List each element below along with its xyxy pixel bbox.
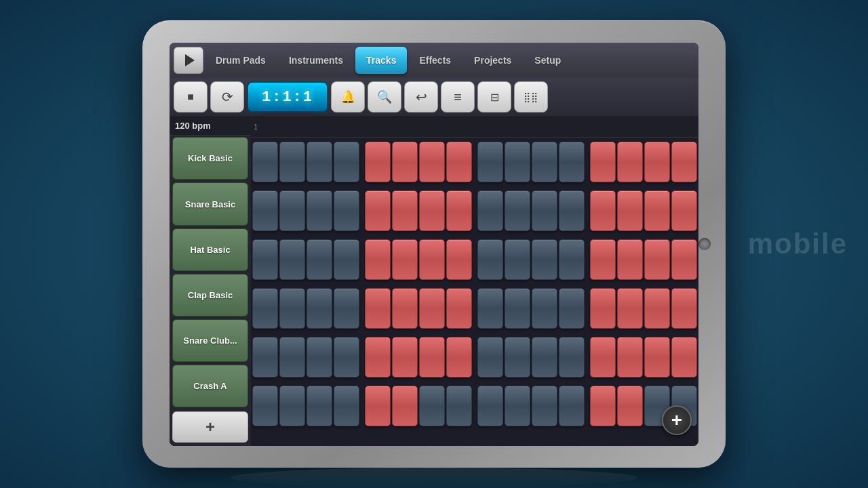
pad-cell[interactable] — [279, 386, 305, 426]
pad-cell[interactable] — [590, 239, 616, 280]
pad-cell[interactable] — [279, 142, 305, 182]
pad-cell[interactable] — [505, 142, 530, 182]
pad-cell[interactable] — [559, 386, 585, 426]
pad-cell[interactable] — [334, 142, 359, 182]
pad-cell[interactable] — [671, 337, 697, 378]
pad-cell[interactable] — [392, 142, 418, 182]
add-sequence-button[interactable]: + — [662, 405, 692, 435]
pad-cell[interactable] — [477, 386, 503, 426]
pad-cell[interactable] — [252, 337, 278, 378]
pad-cell[interactable] — [365, 386, 391, 426]
pad-cell[interactable] — [532, 337, 557, 378]
tab-projects[interactable]: Projects — [463, 47, 522, 74]
pad-cell[interactable] — [590, 288, 616, 329]
tab-setup[interactable]: Setup — [524, 47, 572, 74]
pad-cell[interactable] — [279, 190, 305, 231]
pad-cell[interactable] — [532, 142, 557, 182]
pad-cell[interactable] — [392, 386, 418, 426]
add-track-button[interactable]: + — [172, 411, 248, 443]
pad-cell[interactable] — [617, 190, 643, 231]
pad-cell[interactable] — [365, 190, 391, 231]
pad-cell[interactable] — [617, 239, 643, 280]
pad-cell[interactable] — [419, 190, 445, 231]
pad-cell[interactable] — [446, 337, 472, 378]
grid-view-button[interactable]: ⊟ — [477, 81, 511, 113]
pad-cell[interactable] — [252, 142, 278, 182]
track-label-clap-basic[interactable]: Clap Basic — [172, 274, 248, 317]
pad-cell[interactable] — [644, 190, 670, 231]
track-label-kick-basic[interactable]: Kick Basic — [172, 137, 248, 180]
pad-cell[interactable] — [477, 190, 503, 231]
tab-drum-pads[interactable]: Drum Pads — [205, 47, 277, 74]
pad-cell[interactable] — [419, 239, 445, 280]
pad-cell[interactable] — [392, 288, 418, 329]
pad-cell[interactable] — [532, 190, 557, 231]
pad-cell[interactable] — [419, 288, 445, 329]
pad-cell[interactable] — [671, 288, 697, 329]
pad-cell[interactable] — [671, 190, 697, 231]
pad-cell[interactable] — [590, 142, 616, 182]
pad-cell[interactable] — [559, 239, 585, 280]
pad-cell[interactable] — [365, 337, 391, 378]
pad-cell[interactable] — [365, 288, 391, 329]
track-label-crash-a[interactable]: Crash A — [172, 365, 248, 407]
pad-cell[interactable] — [532, 239, 557, 280]
pad-cell[interactable] — [307, 386, 332, 426]
pad-cell[interactable] — [559, 190, 585, 231]
play-button[interactable] — [174, 47, 203, 74]
pad-cell[interactable] — [307, 190, 332, 231]
pad-cell[interactable] — [334, 386, 359, 426]
pad-cell[interactable] — [446, 386, 472, 426]
pad-cell[interactable] — [477, 288, 503, 329]
pad-cell[interactable] — [590, 190, 616, 231]
pad-cell[interactable] — [392, 239, 418, 280]
pad-cell[interactable] — [505, 386, 530, 426]
pad-cell[interactable] — [252, 190, 278, 231]
pad-cell[interactable] — [644, 337, 670, 378]
pad-cell[interactable] — [671, 239, 697, 280]
pad-cell[interactable] — [505, 288, 530, 329]
pad-cell[interactable] — [307, 239, 332, 280]
search-button[interactable]: 🔍 — [368, 81, 401, 113]
pad-cell[interactable] — [307, 337, 332, 378]
pad-cell[interactable] — [419, 386, 445, 426]
pad-cell[interactable] — [252, 386, 278, 426]
pad-cell[interactable] — [365, 239, 391, 280]
pad-cell[interactable] — [279, 239, 305, 280]
pad-cell[interactable] — [590, 386, 616, 426]
pad-cell[interactable] — [279, 288, 305, 329]
pad-cell[interactable] — [477, 239, 503, 280]
pad-cell[interactable] — [590, 337, 616, 378]
pad-cell[interactable] — [559, 288, 585, 329]
pad-cell[interactable] — [617, 337, 643, 378]
tab-instruments[interactable]: Instruments — [278, 47, 354, 74]
pad-cell[interactable] — [307, 142, 332, 182]
pad-cell[interactable] — [446, 239, 472, 280]
pad-cell[interactable] — [252, 239, 278, 280]
pad-cell[interactable] — [334, 239, 359, 280]
pad-cell[interactable] — [392, 190, 418, 231]
pad-cell[interactable] — [617, 288, 643, 329]
pad-cell[interactable] — [365, 142, 391, 182]
pad-cell[interactable] — [252, 288, 278, 329]
pad-cell[interactable] — [446, 288, 472, 329]
metronome-button[interactable]: 🔔 — [331, 81, 365, 113]
pad-cell[interactable] — [334, 337, 359, 378]
pad-cell[interactable] — [559, 142, 585, 182]
pad-cell[interactable] — [307, 288, 332, 329]
pad-cell[interactable] — [644, 239, 670, 280]
pad-cell[interactable] — [477, 142, 503, 182]
undo-button[interactable]: ↩ — [404, 81, 438, 113]
pad-cell[interactable] — [279, 337, 305, 378]
pad-cell[interactable] — [532, 386, 557, 426]
pad-cell[interactable] — [644, 288, 670, 329]
track-label-snare-club[interactable]: Snare Club... — [172, 319, 248, 362]
stop-button[interactable]: ■ — [174, 81, 208, 113]
pad-cell[interactable] — [505, 190, 530, 231]
pad-cell[interactable] — [532, 288, 557, 329]
pad-cell[interactable] — [617, 386, 643, 426]
pad-cell[interactable] — [505, 239, 530, 280]
pad-cell[interactable] — [477, 337, 503, 378]
tab-tracks[interactable]: Tracks — [355, 47, 407, 74]
pad-cell[interactable] — [671, 142, 697, 182]
